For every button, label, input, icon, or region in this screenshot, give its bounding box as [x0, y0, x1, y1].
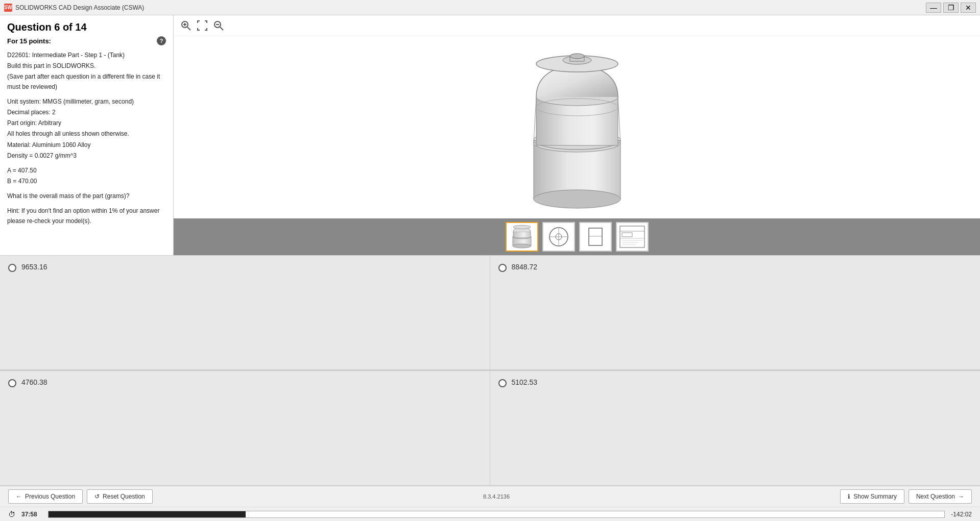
- svg-line-19: [618, 97, 620, 143]
- zoom-out-button[interactable]: [211, 18, 226, 33]
- sidebar: Question 6 of 14 For 15 points: ? D22601…: [0, 15, 174, 255]
- svg-line-5: [220, 27, 223, 30]
- svg-line-20: [534, 97, 536, 143]
- answer-cell-4[interactable]: 5102.53: [490, 370, 981, 485]
- close-button[interactable]: ✕: [961, 3, 976, 13]
- radio-answer-1[interactable]: [8, 264, 16, 272]
- version-text: 8.3.4.2136: [483, 493, 510, 500]
- svg-point-23: [513, 244, 531, 248]
- title-bar-left: SW SOLIDWORKS CAD Design Associate (CSWA…: [4, 4, 144, 12]
- timer-icon: ⏱: [8, 510, 15, 518]
- next-question-label: Next Question: [916, 493, 955, 500]
- bottom-center: 8.3.4.2136: [483, 493, 510, 500]
- svg-rect-24: [513, 232, 531, 238]
- app-icon: SW: [4, 4, 12, 12]
- thumbnail-front[interactable]: [542, 222, 575, 252]
- next-question-button[interactable]: Next Question →: [909, 489, 972, 504]
- answers-section: 9653.16 4760.38 8848.72: [0, 255, 980, 485]
- tank-3d-model: [506, 41, 649, 214]
- question-title: Question 6 of 14: [7, 21, 166, 33]
- next-arrow-icon: →: [958, 493, 964, 500]
- title-bar: SW SOLIDWORKS CAD Design Associate (CSWA…: [0, 0, 980, 15]
- svg-point-25: [513, 226, 531, 229]
- help-icon[interactable]: ?: [157, 36, 166, 45]
- app-title: SOLIDWORKS CAD Design Associate (CSWA): [15, 4, 144, 11]
- minimize-button[interactable]: —: [926, 3, 941, 13]
- question-text: D22601: Intermediate Part - Step 1 - (Ta…: [7, 51, 166, 226]
- answer-label-3: 4760.38: [21, 378, 47, 386]
- main-container: Question 6 of 14 For 15 points: ? D22601…: [0, 15, 980, 521]
- answer-label-4: 5102.53: [512, 378, 538, 386]
- prev-arrow-icon: ←: [16, 493, 22, 500]
- answer-row-3: 4760.38: [0, 370, 490, 485]
- question-line: A = 407.50: [7, 166, 166, 176]
- top-section: Question 6 of 14 For 15 points: ? D22601…: [0, 15, 980, 255]
- radio-answer-2[interactable]: [498, 264, 507, 272]
- bottom-left: ← Previous Question ↺ Reset Question: [8, 489, 153, 504]
- question-line: Hint: If you don't find an option within…: [7, 206, 166, 226]
- show-summary-label: Show Summary: [853, 493, 897, 500]
- answers-grid: 9653.16 4760.38 8848.72: [0, 255, 980, 485]
- question-line: What is the overall mass of the part (gr…: [7, 191, 166, 201]
- previous-question-label: Previous Question: [25, 493, 75, 500]
- radio-answer-3[interactable]: [8, 379, 16, 387]
- maximize-button[interactable]: ❐: [943, 3, 959, 13]
- thumbnail-strip: [174, 218, 980, 255]
- zoom-fit-button[interactable]: [195, 18, 209, 33]
- question-line: Build this part in SOLIDWORKS.: [7, 61, 166, 71]
- viewer-toolbar: [174, 15, 980, 36]
- show-summary-button[interactable]: ℹ Show Summary: [840, 489, 904, 504]
- thumbnail-3d[interactable]: [506, 222, 538, 252]
- question-line: Material: Aluminium 1060 Alloy: [7, 140, 166, 150]
- answer-cell-1[interactable]: 9653.16: [0, 255, 490, 370]
- answer-cell-3[interactable]: 4760.38: [0, 370, 490, 485]
- question-line: All holes through all unless shown other…: [7, 129, 166, 139]
- viewer-area: [174, 15, 980, 255]
- svg-line-1: [187, 27, 190, 30]
- question-line: B = 470.00: [7, 177, 166, 186]
- points-label: For 15 points:: [7, 37, 51, 45]
- question-line: D22601: Intermediate Part - Step 1 - (Ta…: [7, 51, 166, 60]
- bottom-bar: ← Previous Question ↺ Reset Question 8.3…: [0, 485, 980, 507]
- timer-elapsed: 37:58: [21, 511, 42, 518]
- answer-row-1: 9653.16: [0, 255, 490, 370]
- question-line: Density = 0.0027 g/mm^3: [7, 151, 166, 161]
- svg-rect-35: [622, 233, 632, 237]
- question-line: Part origin: Arbitrary: [7, 118, 166, 128]
- timer-remaining: -142:02: [951, 511, 972, 518]
- question-line: (Save part after each question in a diff…: [7, 72, 166, 91]
- viewer-canvas: [174, 36, 980, 218]
- zoom-in-button[interactable]: [179, 18, 193, 33]
- reset-question-label: Reset Question: [103, 493, 145, 500]
- svg-point-9: [534, 190, 620, 208]
- question-line: Unit system: MMGS (millimeter, gram, sec…: [7, 97, 166, 107]
- answer-cell-2[interactable]: 8848.72: [490, 255, 981, 370]
- reset-question-button[interactable]: ↺ Reset Question: [87, 489, 153, 504]
- thumbnail-side[interactable]: [579, 222, 612, 252]
- question-line: Decimal places: 2: [7, 108, 166, 117]
- radio-answer-4[interactable]: [498, 379, 507, 387]
- timer-row: ⏱ 37:58 -142:02: [0, 507, 980, 521]
- bottom-right: ℹ Show Summary Next Question →: [840, 489, 972, 504]
- answer-label-1: 9653.16: [21, 263, 47, 271]
- answer-label-2: 8848.72: [512, 263, 538, 271]
- title-bar-controls[interactable]: — ❐ ✕: [926, 3, 976, 13]
- svg-rect-30: [589, 228, 602, 245]
- thumbnail-drawing[interactable]: [616, 222, 649, 252]
- answer-row-4: 5102.53: [490, 370, 981, 485]
- info-icon: ℹ: [848, 493, 850, 500]
- previous-question-button[interactable]: ← Previous Question: [8, 489, 83, 504]
- points-row: For 15 points: ?: [7, 36, 166, 45]
- timer-bar-fill: [49, 511, 246, 517]
- reset-icon: ↺: [94, 493, 100, 500]
- timer-bar-container: [48, 511, 945, 518]
- answer-row-2: 8848.72: [490, 255, 981, 370]
- svg-point-17: [570, 54, 584, 59]
